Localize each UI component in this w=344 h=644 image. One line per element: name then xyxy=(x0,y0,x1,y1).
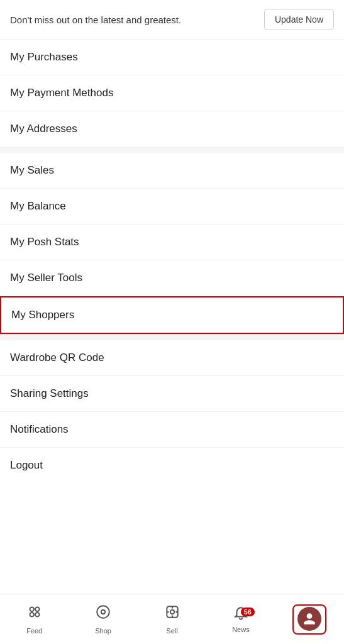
svg-point-1 xyxy=(35,607,40,611)
shop-icon xyxy=(95,604,111,625)
profile-avatar xyxy=(297,607,321,631)
sell-icon xyxy=(164,604,180,625)
menu-item-logout[interactable]: Logout xyxy=(0,448,344,483)
menu-item-wardrobe-qr-code[interactable]: Wardrobe QR Code xyxy=(0,340,344,376)
seller-section: My Sales My Balance My Posh Stats My Sel… xyxy=(0,153,344,334)
menu-item-my-posh-stats[interactable]: My Posh Stats xyxy=(0,225,344,260)
nav-label-sell: Sell xyxy=(166,627,177,635)
menu-item-my-shoppers[interactable]: My Shoppers xyxy=(0,296,344,334)
nav-item-sell[interactable]: Sell xyxy=(138,599,206,635)
bottom-navigation: Feed Shop Sell xyxy=(0,594,344,644)
nav-label-shop: Shop xyxy=(95,627,111,635)
main-content: Don't miss out on the latest and greates… xyxy=(0,0,344,540)
account-section: My Purchases My Payment Methods My Addre… xyxy=(0,40,344,147)
nav-item-shop[interactable]: Shop xyxy=(69,599,137,635)
update-now-button[interactable]: Update Now xyxy=(264,9,334,30)
section-divider-2 xyxy=(0,334,344,340)
nav-item-feed[interactable]: Feed xyxy=(0,599,69,635)
nav-label-news: News xyxy=(232,626,250,633)
menu-item-notifications[interactable]: Notifications xyxy=(0,412,344,448)
feed-icon xyxy=(26,604,43,625)
update-banner-text: Don't miss out on the latest and greates… xyxy=(10,13,257,26)
svg-point-3 xyxy=(35,613,40,617)
section-divider-1 xyxy=(0,147,344,153)
menu-item-my-purchases[interactable]: My Purchases xyxy=(0,40,344,75)
nav-label-feed: Feed xyxy=(26,627,42,635)
menu-item-sharing-settings[interactable]: Sharing Settings xyxy=(0,376,344,412)
nav-item-profile[interactable] xyxy=(275,599,344,635)
news-badge: 56 xyxy=(241,608,255,616)
svg-point-4 xyxy=(97,606,109,618)
settings-section: Wardrobe QR Code Sharing Settings Notifi… xyxy=(0,340,344,483)
menu-item-my-payment-methods[interactable]: My Payment Methods xyxy=(0,75,344,111)
update-banner: Don't miss out on the latest and greates… xyxy=(0,0,344,40)
nav-item-news[interactable]: 56 News xyxy=(206,600,275,633)
svg-point-2 xyxy=(30,613,34,617)
svg-point-0 xyxy=(30,607,34,611)
menu-item-my-sales[interactable]: My Sales xyxy=(0,153,344,189)
menu-item-my-balance[interactable]: My Balance xyxy=(0,189,344,225)
profile-avatar-border xyxy=(292,604,326,635)
svg-point-5 xyxy=(101,610,106,614)
menu-item-my-seller-tools[interactable]: My Seller Tools xyxy=(0,260,344,296)
news-bell-wrapper: 56 xyxy=(233,605,249,626)
svg-point-7 xyxy=(170,610,174,614)
menu-item-my-addresses[interactable]: My Addresses xyxy=(0,111,344,147)
